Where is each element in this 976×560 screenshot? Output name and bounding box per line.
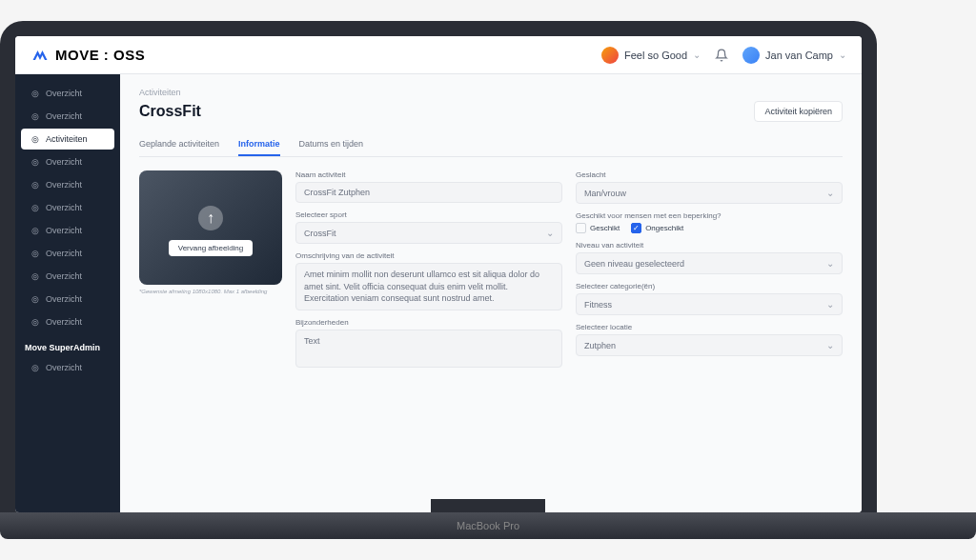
image-hint: *Gewenste afmeting 1080x1080. Max 1 afbe…	[139, 289, 282, 294]
org-avatar	[601, 47, 619, 64]
device-label: MacBook Pro	[457, 520, 519, 531]
sidebar-item-label: Overzicht	[46, 180, 82, 190]
user-selector[interactable]: Jan van Camp ⌄	[742, 47, 846, 64]
bell-icon	[715, 49, 728, 62]
image-upload[interactable]: ↑ Vervang afbeelding	[139, 170, 282, 285]
sidebar-item-overzicht[interactable]: ◎ Overzicht	[21, 151, 114, 172]
sport-label: Selecteer sport	[295, 210, 562, 219]
chevron-down-icon: ⌄	[839, 50, 846, 60]
sidebar-item-overzicht[interactable]: ◎ Overzicht	[21, 266, 114, 287]
sidebar-item-overzicht[interactable]: ◎ Overzicht	[21, 220, 114, 241]
sidebar-item-overzicht[interactable]: ◎ Overzicht	[21, 106, 114, 127]
details-textarea[interactable]: Text	[295, 330, 562, 368]
level-value: Geen niveau geselecteerd	[584, 259, 684, 269]
topbar: MOVE : OSS Feel so Good ⌄ Jan van Camp ⌄	[15, 36, 862, 74]
tab-dates[interactable]: Datums en tijden	[299, 133, 364, 156]
sport-value: CrossFit	[304, 229, 336, 238]
gender-value: Man/vrouw	[584, 189, 626, 198]
sidebar-item-label: Overzicht	[46, 271, 82, 281]
pin-icon: ◎	[30, 363, 40, 372]
pin-icon: ◎	[30, 157, 40, 167]
category-select[interactable]: Fitness ⌄	[576, 293, 843, 315]
sidebar-item-label: Overzicht	[46, 226, 82, 235]
chevron-down-icon: ⌄	[546, 228, 554, 238]
chevron-down-icon: ⌄	[826, 258, 834, 269]
checkbox-label: Geschikt	[590, 224, 620, 232]
sidebar-item-label: Overzicht	[46, 203, 82, 212]
name-input[interactable]: CrossFit Zutphen	[295, 182, 562, 203]
sidebar-item-label: Overzicht	[46, 111, 82, 121]
sidebar-item-overzicht[interactable]: ◎ Overzicht	[21, 243, 114, 264]
sport-select[interactable]: CrossFit ⌄	[295, 222, 562, 244]
pin-icon: ◎	[30, 180, 40, 190]
page-title: CrossFit	[139, 103, 201, 120]
pin-icon: ◎	[30, 111, 40, 121]
replace-image-button[interactable]: Vervang afbeelding	[169, 240, 254, 256]
category-value: Fitness	[584, 300, 612, 310]
chevron-down-icon: ⌄	[826, 188, 834, 198]
description-label: Omschrijving van de activiteit	[295, 251, 562, 260]
level-select[interactable]: Geen niveau geselecteerd ⌄	[576, 252, 843, 274]
sidebar: ◎ Overzicht ◎ Overzicht ◎ Activiteiten ◎…	[15, 74, 120, 512]
pin-icon: ◎	[30, 294, 40, 304]
logo: MOVE : OSS	[30, 46, 145, 65]
sidebar-item-label: Overzicht	[46, 157, 82, 167]
sidebar-item-label: Overzicht	[46, 363, 82, 372]
user-name: Jan van Camp	[765, 50, 833, 61]
checkbox-ongeschikt[interactable]: ✓ Ongeschikt	[631, 223, 683, 233]
logo-text: MOVE : OSS	[55, 47, 145, 63]
category-label: Selecteer categorie(ën)	[576, 282, 843, 290]
user-avatar	[742, 47, 760, 64]
chevron-down-icon: ⌄	[693, 50, 701, 60]
org-selector[interactable]: Feel so Good ⌄	[601, 47, 701, 64]
tab-info[interactable]: Informatie	[238, 133, 280, 156]
main-content: Activiteiten CrossFit Activiteit kopiëre…	[120, 74, 862, 512]
chevron-down-icon: ⌄	[826, 299, 834, 310]
tab-planned[interactable]: Geplande activiteiten	[139, 133, 219, 156]
pin-icon: ◎	[30, 271, 40, 281]
sidebar-item-label: Overzicht	[46, 317, 82, 327]
sidebar-item-label: Overzicht	[46, 89, 82, 98]
notifications-button[interactable]	[710, 44, 733, 67]
pin-icon: ◎	[30, 134, 40, 144]
pin-icon: ◎	[30, 249, 40, 258]
checkbox-label: Ongeschikt	[645, 224, 683, 232]
pin-icon: ◎	[30, 226, 40, 235]
pin-icon: ◎	[30, 317, 40, 327]
sidebar-item-overzicht[interactable]: ◎ Overzicht	[21, 357, 114, 378]
location-value: Zutphen	[584, 341, 616, 350]
description-textarea[interactable]: Amet minim mollit non deserunt ullamco e…	[295, 263, 562, 310]
sidebar-section-title: Move SuperAdmin	[15, 333, 120, 356]
sidebar-item-label: Overzicht	[46, 249, 82, 258]
sidebar-item-label: Activiteiten	[46, 134, 88, 144]
breadcrumb: Activiteiten	[139, 88, 843, 97]
upload-icon: ↑	[198, 206, 223, 230]
gender-select[interactable]: Man/vrouw ⌄	[576, 182, 843, 204]
sidebar-item-overzicht[interactable]: ◎ Overzicht	[21, 311, 114, 332]
checkbox-icon	[576, 223, 586, 233]
sidebar-item-overzicht[interactable]: ◎ Overzicht	[21, 289, 114, 310]
level-label: Niveau van activiteit	[576, 241, 843, 250]
location-select[interactable]: Zutphen ⌄	[576, 334, 843, 356]
name-label: Naam activiteit	[295, 170, 562, 179]
copy-activity-button[interactable]: Activiteit kopiëren	[754, 101, 843, 122]
sidebar-item-label: Overzicht	[46, 294, 82, 304]
sidebar-item-overzicht[interactable]: ◎ Overzicht	[21, 197, 114, 218]
sidebar-item-overzicht[interactable]: ◎ Overzicht	[21, 83, 114, 104]
logo-icon	[30, 46, 50, 65]
disability-label: Geschikt voor mensen met een beperking?	[576, 211, 843, 220]
chevron-down-icon: ⌄	[826, 340, 834, 350]
org-name: Feel so Good	[624, 50, 687, 61]
tabs: Geplande activiteiten Informatie Datums …	[139, 133, 843, 157]
gender-label: Geslacht	[576, 170, 843, 179]
sidebar-item-overzicht[interactable]: ◎ Overzicht	[21, 174, 114, 195]
checkbox-geschikt[interactable]: Geschikt	[576, 223, 620, 233]
details-label: Bijzonderheden	[295, 318, 562, 327]
checkbox-checked-icon: ✓	[631, 223, 641, 233]
location-label: Selecteer locatie	[576, 323, 843, 331]
pin-icon: ◎	[30, 89, 40, 98]
pin-icon: ◎	[30, 203, 40, 212]
sidebar-item-activiteiten[interactable]: ◎ Activiteiten	[21, 129, 114, 150]
